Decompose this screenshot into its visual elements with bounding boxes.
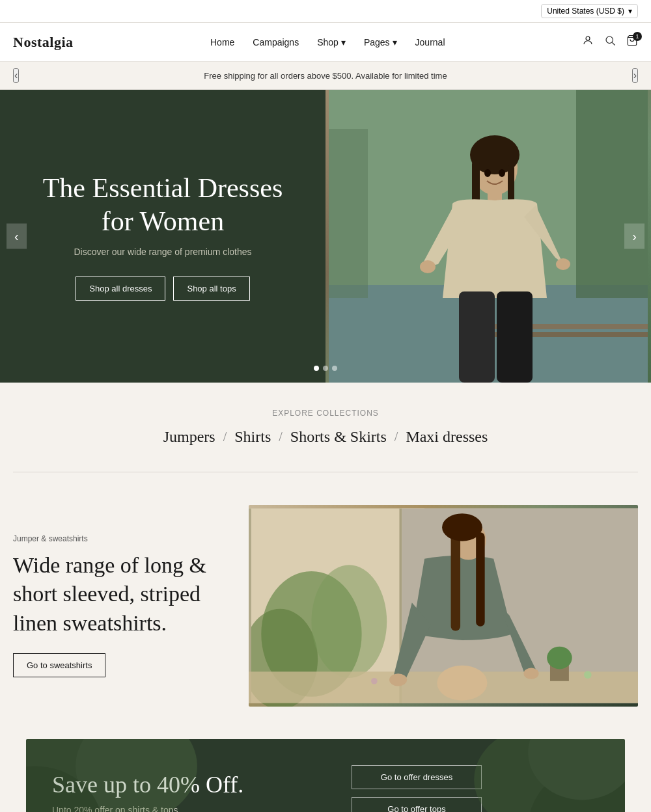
sweatshirts-category: Jumper & sweatshirts — [13, 534, 223, 543]
announcement-text: Free shipping for all orders above $500.… — [19, 71, 631, 81]
collections-section: Explore collections Jumpers / Shirts / S… — [0, 383, 651, 459]
svg-rect-6 — [576, 90, 648, 298]
svg-point-16 — [556, 258, 570, 270]
svg-line-2 — [612, 42, 615, 45]
sweatshirts-title: Wide range of long & short sleeved, stri… — [13, 551, 223, 638]
main-nav: Home Campaigns Shop ▾ Pages ▾ Journal — [210, 37, 445, 47]
sweatshirts-section: Jumper & sweatshirts Wide range of long … — [0, 472, 651, 739]
hero-next-button[interactable]: › — [624, 224, 644, 249]
svg-point-25 — [311, 565, 387, 678]
svg-rect-17 — [459, 291, 495, 383]
svg-point-39 — [584, 671, 592, 679]
svg-point-20 — [499, 169, 505, 177]
collections-links: Jumpers / Shirts / Shorts & Skirts / Max… — [13, 428, 638, 446]
shop-all-dresses-button[interactable]: Shop all dresses — [76, 277, 165, 301]
currency-selector[interactable]: United States (USD $) ▾ — [541, 4, 638, 18]
sale-section: Save up to 40% Off. Upto 20% offer on sh… — [26, 739, 625, 812]
svg-point-15 — [420, 260, 436, 273]
collection-jumpers[interactable]: Jumpers — [158, 428, 221, 446]
hero-section: ‹ The Essential Dresses for Women Discov… — [0, 90, 651, 383]
svg-point-1 — [606, 36, 613, 44]
nav-shop[interactable]: Shop ▾ — [317, 37, 346, 47]
svg-rect-18 — [497, 291, 533, 383]
svg-point-40 — [371, 678, 378, 684]
hero-dot-1[interactable] — [314, 366, 319, 371]
hero-text-panel: The Essential Dresses for Women Discover… — [0, 90, 326, 383]
svg-point-35 — [523, 668, 538, 679]
user-icon[interactable] — [582, 34, 594, 49]
svg-point-0 — [586, 36, 590, 40]
svg-point-38 — [547, 647, 572, 670]
nav-home[interactable]: Home — [210, 37, 234, 47]
collection-shirts[interactable]: Shirts — [229, 428, 276, 446]
svg-rect-31 — [451, 530, 460, 630]
svg-point-33 — [442, 513, 482, 541]
hero-prev-button[interactable]: ‹ — [7, 224, 27, 249]
cart-icon[interactable]: 1 — [626, 34, 638, 49]
chevron-down-icon: ▾ — [341, 37, 346, 47]
separator-1: / — [221, 429, 230, 444]
nav-journal[interactable]: Journal — [415, 37, 445, 47]
announcement-bar: ‹ Free shipping for all orders above $50… — [0, 62, 651, 90]
announcement-next-button[interactable]: › — [632, 68, 638, 83]
sweatshirts-text: Jumper & sweatshirts Wide range of long … — [13, 505, 223, 707]
go-to-sweatshirts-button[interactable]: Go to sweatshirts — [13, 653, 105, 677]
svg-rect-32 — [476, 532, 485, 627]
currency-label: United States (USD $) — [547, 7, 624, 16]
announcement-prev-button[interactable]: ‹ — [13, 68, 19, 83]
svg-point-34 — [389, 673, 407, 686]
header-icons: 1 — [582, 34, 638, 49]
search-icon[interactable] — [604, 34, 616, 49]
hero-image-panel — [326, 90, 651, 383]
svg-point-36 — [437, 666, 487, 701]
nav-pages[interactable]: Pages ▾ — [364, 37, 397, 47]
top-bar: United States (USD $) ▾ — [0, 0, 651, 23]
shop-all-tops-button[interactable]: Shop all tops — [173, 277, 249, 301]
collections-label: Explore collections — [13, 409, 638, 418]
svg-rect-7 — [329, 129, 368, 298]
hero-image — [326, 90, 651, 383]
hero-buttons: Shop all dresses Shop all tops — [76, 277, 249, 301]
hero-dot-3[interactable] — [332, 366, 337, 371]
separator-3: / — [392, 429, 401, 444]
hero-title: The Essential Dresses for Women — [26, 172, 299, 237]
separator-2: / — [276, 429, 285, 444]
nav-campaigns[interactable]: Campaigns — [253, 37, 299, 47]
collection-maxi-dresses[interactable]: Maxi dresses — [400, 428, 493, 446]
collection-shorts-skirts[interactable]: Shorts & Skirts — [285, 428, 392, 446]
hero-dot-2[interactable] — [323, 366, 328, 371]
header: Nostalgia Home Campaigns Shop ▾ Pages ▾ … — [0, 23, 651, 62]
hero-dots — [314, 366, 337, 371]
sweatshirts-image — [249, 505, 638, 707]
logo[interactable]: Nostalgia — [13, 34, 74, 51]
cart-badge: 1 — [633, 32, 642, 41]
chevron-down-icon: ▾ — [393, 37, 397, 47]
chevron-down-icon: ▾ — [628, 7, 632, 16]
svg-point-19 — [484, 169, 491, 177]
hero-subtitle: Discover our wide range of premium cloth… — [74, 247, 251, 257]
